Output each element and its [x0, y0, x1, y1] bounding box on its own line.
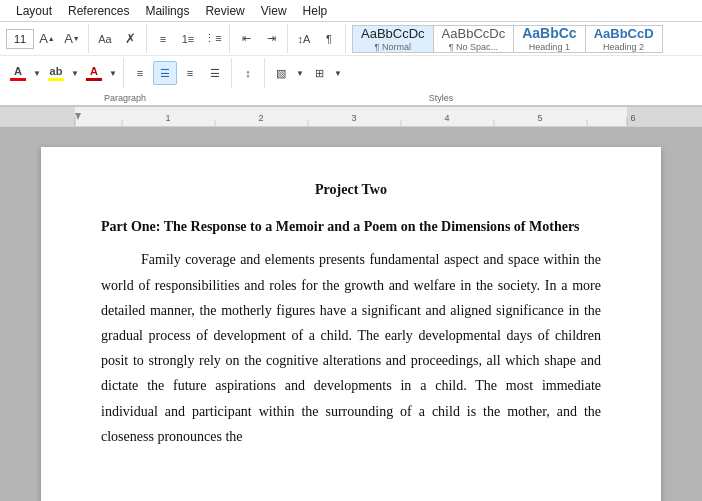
font-size-group: A▲ A▼ [4, 24, 89, 53]
shading-dropdown[interactable]: ▼ [294, 61, 306, 85]
highlight-dropdown[interactable]: ▼ [69, 61, 81, 85]
menu-references[interactable]: References [60, 2, 137, 20]
sort-btn[interactable]: ↕A [292, 27, 316, 51]
sort-group: ↕A ¶ [290, 24, 346, 53]
menu-bar: Layout References Mailings Review View H… [0, 0, 702, 22]
menu-mailings[interactable]: Mailings [137, 2, 197, 20]
doc-title: Project Two [101, 177, 601, 202]
styles-panel: AaBbCcDc ¶ Normal AaBbCcDc ¶ No Spac... … [352, 25, 663, 53]
style-normal-label: ¶ Normal [375, 42, 411, 52]
font-color-btn[interactable]: A [82, 61, 106, 85]
line-spacing-btn[interactable]: ↕ [236, 61, 260, 85]
ruler: 1 2 3 4 5 6 [0, 107, 702, 127]
indent-group: ⇤ ⇥ [232, 24, 288, 53]
style-heading2-preview: AaBbCcD [594, 26, 654, 41]
pilcrow-btn[interactable]: ¶ [317, 27, 341, 51]
styles-group-label: Styles [341, 93, 541, 103]
style-nospace-preview: AaBbCcDc [442, 26, 506, 41]
style-heading2-label: Heading 2 [603, 42, 644, 52]
bullet-list-btn[interactable]: ≡ [151, 27, 175, 51]
menu-layout[interactable]: Layout [8, 2, 60, 20]
svg-rect-1 [0, 107, 75, 127]
borders-btn[interactable]: ⊞ [307, 61, 331, 85]
svg-text:1: 1 [165, 113, 170, 123]
style-normal-btn[interactable]: AaBbCcDc ¶ Normal [353, 26, 434, 52]
text-color-dropdown[interactable]: ▼ [31, 61, 43, 85]
font-color-letter: A [90, 66, 98, 77]
highlight-letter: ab [50, 66, 63, 77]
shading-btn[interactable]: ▧ [269, 61, 293, 85]
doc-page: Project Two Part One: The Response to a … [41, 147, 661, 501]
style-nospace-label: ¶ No Spac... [449, 42, 498, 52]
toolbar-row1: A▲ A▼ Aa ✗ ≡ 1≡ ⋮≡ ⇤ ⇥ ↕A ¶ AaBbCcDc ¶ N… [0, 22, 702, 56]
highlight-bar [48, 78, 64, 81]
svg-text:5: 5 [537, 113, 542, 123]
text-color-group: A ▼ ab ▼ A ▼ [4, 58, 124, 88]
multi-list-btn[interactable]: ⋮≡ [201, 27, 225, 51]
doc-heading: Part One: The Response to a Memoir and a… [101, 214, 601, 239]
style-heading1-preview: AaBbCc [522, 25, 576, 41]
list-group: ≡ 1≡ ⋮≡ [149, 24, 230, 53]
ribbon: A▲ A▼ Aa ✗ ≡ 1≡ ⋮≡ ⇤ ⇥ ↕A ¶ AaBbCcDc ¶ N… [0, 22, 702, 107]
style-heading1-label: Heading 1 [529, 42, 570, 52]
highlight-btn[interactable]: ab [44, 61, 68, 85]
svg-text:4: 4 [444, 113, 449, 123]
align-center-btn[interactable]: ☰ [153, 61, 177, 85]
toolbar-row2: A ▼ ab ▼ A ▼ ≡ ☰ ≡ ☰ ↕ [0, 56, 702, 90]
style-nospace-btn[interactable]: AaBbCcDc ¶ No Spac... [434, 26, 515, 52]
clear-format-btn[interactable]: ✗ [118, 27, 142, 51]
menu-review[interactable]: Review [197, 2, 252, 20]
paragraph-group-label: Paragraph [104, 93, 261, 103]
borders-dropdown[interactable]: ▼ [332, 61, 344, 85]
font-color-bar [86, 78, 102, 81]
spacing-group: ↕ [234, 58, 265, 88]
group-labels-row: Paragraph Styles [0, 90, 702, 106]
font-style-group: Aa ✗ [91, 24, 147, 53]
font-aa-btn[interactable]: Aa [93, 27, 117, 51]
font-decrease-btn[interactable]: A▼ [60, 27, 84, 51]
doc-area[interactable]: Project Two Part One: The Response to a … [0, 127, 702, 501]
menu-view[interactable]: View [253, 2, 295, 20]
align-right-btn[interactable]: ≡ [178, 61, 202, 85]
svg-rect-2 [627, 107, 702, 127]
shading-group: ▧ ▼ ⊞ ▼ [267, 58, 348, 88]
alignment-group: ≡ ☰ ≡ ☰ [126, 58, 232, 88]
ruler-svg: 1 2 3 4 5 6 [0, 107, 702, 127]
doc-paragraph: Family coverage and elements presents fu… [101, 247, 601, 449]
style-heading1-btn[interactable]: AaBbCc Heading 1 [514, 26, 585, 52]
align-justify-btn[interactable]: ☰ [203, 61, 227, 85]
text-color-btn[interactable]: A [6, 61, 30, 85]
indent-increase-btn[interactable]: ⇥ [259, 27, 283, 51]
text-color-bar [10, 78, 26, 81]
svg-text:6: 6 [630, 113, 635, 123]
text-color-letter: A [14, 66, 22, 77]
svg-text:2: 2 [258, 113, 263, 123]
font-size-input[interactable] [6, 29, 34, 49]
align-left-btn[interactable]: ≡ [128, 61, 152, 85]
style-normal-preview: AaBbCcDc [361, 26, 425, 41]
style-heading2-btn[interactable]: AaBbCcD Heading 2 [586, 26, 662, 52]
menu-help[interactable]: Help [295, 2, 336, 20]
font-color-dropdown[interactable]: ▼ [107, 61, 119, 85]
indent-decrease-btn[interactable]: ⇤ [234, 27, 258, 51]
number-list-btn[interactable]: 1≡ [176, 27, 200, 51]
font-increase-btn[interactable]: A▲ [35, 27, 59, 51]
svg-text:3: 3 [351, 113, 356, 123]
